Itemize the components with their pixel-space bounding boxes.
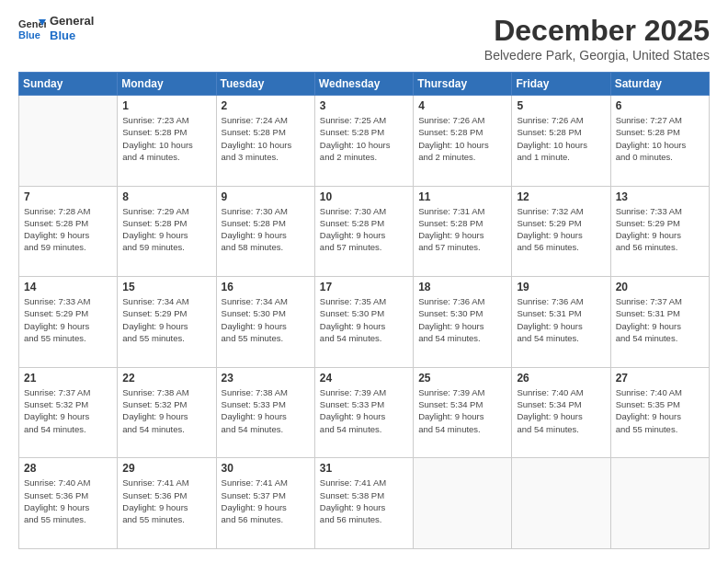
day-info-line: Sunrise: 7:34 AM	[122, 296, 188, 306]
day-info-line: Daylight: 9 hours	[616, 230, 681, 240]
header-tuesday: Tuesday	[216, 73, 314, 96]
day-info: Sunrise: 7:34 AMSunset: 5:30 PMDaylight:…	[222, 295, 310, 344]
day-info-line: Daylight: 9 hours	[24, 502, 89, 512]
day-info-line: Sunset: 5:30 PM	[418, 308, 483, 318]
table-row: 12Sunrise: 7:32 AMSunset: 5:29 PMDayligh…	[512, 186, 610, 277]
day-info-line: and 54 minutes.	[418, 333, 481, 343]
day-number: 2	[222, 99, 310, 112]
day-number: 8	[122, 190, 210, 203]
header: General Blue General Blue December 2025 …	[18, 14, 710, 63]
table-row: 22Sunrise: 7:38 AMSunset: 5:32 PMDayligh…	[118, 367, 216, 458]
table-row: 2Sunrise: 7:24 AMSunset: 5:28 PMDaylight…	[216, 96, 314, 187]
day-info: Sunrise: 7:36 AMSunset: 5:30 PMDaylight:…	[418, 295, 506, 344]
day-info-line: Daylight: 9 hours	[222, 411, 287, 421]
day-info-line: Daylight: 9 hours	[418, 321, 483, 331]
day-info-line: Sunset: 5:30 PM	[222, 308, 286, 318]
day-info-line: Sunrise: 7:34 AM	[222, 296, 288, 306]
table-row: 13Sunrise: 7:33 AMSunset: 5:29 PMDayligh…	[610, 186, 709, 277]
day-info-line: Sunrise: 7:38 AM	[222, 387, 288, 397]
day-info-line: and 54 minutes.	[222, 424, 284, 434]
table-row: 17Sunrise: 7:35 AMSunset: 5:30 PMDayligh…	[314, 277, 413, 368]
day-info-line: Sunrise: 7:28 AM	[24, 206, 90, 216]
day-info: Sunrise: 7:40 AMSunset: 5:35 PMDaylight:…	[616, 386, 704, 435]
day-info-line: Sunrise: 7:24 AM	[222, 115, 288, 125]
month-title: December 2025	[484, 14, 710, 48]
day-info-line: Sunrise: 7:41 AM	[122, 477, 188, 488]
day-info-line: and 54 minutes.	[517, 424, 579, 434]
day-number: 11	[418, 190, 506, 203]
day-info-line: Sunrise: 7:37 AM	[616, 296, 682, 306]
day-info: Sunrise: 7:29 AMSunset: 5:28 PMDaylight:…	[122, 205, 210, 254]
day-number: 26	[517, 372, 605, 385]
day-info-line: Sunset: 5:28 PM	[616, 127, 680, 137]
day-info-line: and 59 minutes.	[122, 242, 185, 252]
day-info-line: and 57 minutes.	[418, 242, 481, 252]
day-info-line: and 55 minutes.	[222, 333, 284, 343]
table-row: 20Sunrise: 7:37 AMSunset: 5:31 PMDayligh…	[610, 277, 709, 368]
day-info-line: Sunset: 5:34 PM	[517, 399, 581, 409]
day-info: Sunrise: 7:25 AMSunset: 5:28 PMDaylight:…	[320, 114, 408, 163]
calendar-week-row: 14Sunrise: 7:33 AMSunset: 5:29 PMDayligh…	[19, 277, 710, 368]
day-info-line: and 0 minutes.	[616, 152, 673, 162]
day-info-line: and 55 minutes.	[24, 514, 86, 524]
table-row: 8Sunrise: 7:29 AMSunset: 5:28 PMDaylight…	[118, 186, 216, 277]
day-info-line: Sunset: 5:28 PM	[122, 218, 187, 228]
day-info-line: Sunset: 5:28 PM	[122, 127, 187, 137]
day-info-line: Daylight: 9 hours	[616, 321, 681, 331]
table-row: 11Sunrise: 7:31 AMSunset: 5:28 PMDayligh…	[414, 186, 512, 277]
day-info-line: Sunset: 5:30 PM	[320, 308, 384, 318]
day-info-line: Daylight: 9 hours	[517, 230, 582, 240]
day-info: Sunrise: 7:33 AMSunset: 5:29 PMDaylight:…	[24, 295, 112, 344]
day-info-line: Daylight: 10 hours	[320, 140, 391, 150]
day-info-line: and 54 minutes.	[418, 424, 481, 434]
day-number: 22	[122, 372, 210, 385]
day-info-line: Daylight: 9 hours	[122, 321, 188, 331]
day-info: Sunrise: 7:23 AMSunset: 5:28 PMDaylight:…	[122, 114, 210, 163]
day-info-line: Daylight: 10 hours	[222, 140, 292, 150]
day-number: 24	[320, 372, 408, 385]
day-info-line: Sunrise: 7:40 AM	[517, 387, 583, 397]
day-info-line: Daylight: 9 hours	[222, 230, 287, 240]
day-info-line: Sunset: 5:38 PM	[320, 490, 384, 500]
day-info-line: and 3 minutes.	[222, 152, 279, 162]
day-info-line: Sunset: 5:28 PM	[418, 127, 483, 137]
calendar-week-row: 28Sunrise: 7:40 AMSunset: 5:36 PMDayligh…	[19, 458, 710, 549]
svg-text:Blue: Blue	[18, 29, 40, 40]
day-info-line: Sunrise: 7:29 AM	[122, 206, 188, 216]
day-info-line: and 56 minutes.	[222, 514, 284, 524]
header-monday: Monday	[118, 73, 216, 96]
table-row: 16Sunrise: 7:34 AMSunset: 5:30 PMDayligh…	[216, 277, 314, 368]
day-info-line: Sunset: 5:28 PM	[222, 127, 286, 137]
table-row: 31Sunrise: 7:41 AMSunset: 5:38 PMDayligh…	[314, 458, 413, 549]
day-info-line: Sunset: 5:29 PM	[24, 308, 88, 318]
day-info-line: Sunset: 5:28 PM	[418, 218, 483, 228]
day-number: 28	[24, 462, 112, 475]
day-info-line: Sunrise: 7:36 AM	[517, 296, 583, 306]
day-info-line: Sunset: 5:29 PM	[122, 308, 187, 318]
table-row: 18Sunrise: 7:36 AMSunset: 5:30 PMDayligh…	[414, 277, 512, 368]
day-info-line: Daylight: 9 hours	[616, 411, 681, 421]
day-info-line: and 2 minutes.	[320, 152, 377, 162]
table-row: 24Sunrise: 7:39 AMSunset: 5:33 PMDayligh…	[314, 367, 413, 458]
day-number: 14	[24, 281, 112, 293]
day-info-line: Sunrise: 7:26 AM	[418, 115, 484, 125]
table-row: 7Sunrise: 7:28 AMSunset: 5:28 PMDaylight…	[19, 186, 118, 277]
calendar-week-row: 1Sunrise: 7:23 AMSunset: 5:28 PMDaylight…	[19, 96, 710, 187]
day-info: Sunrise: 7:39 AMSunset: 5:33 PMDaylight:…	[320, 386, 408, 435]
table-row: 30Sunrise: 7:41 AMSunset: 5:37 PMDayligh…	[216, 458, 314, 549]
day-number: 5	[517, 99, 605, 112]
header-thursday: Thursday	[414, 73, 512, 96]
day-info-line: Daylight: 9 hours	[222, 321, 287, 331]
day-info-line: Daylight: 9 hours	[517, 321, 582, 331]
day-info-line: Daylight: 10 hours	[418, 140, 489, 150]
header-sunday: Sunday	[19, 73, 118, 96]
day-info-line: and 59 minutes.	[24, 242, 86, 252]
day-info-line: Sunrise: 7:26 AM	[517, 115, 583, 125]
day-info: Sunrise: 7:30 AMSunset: 5:28 PMDaylight:…	[222, 205, 310, 254]
day-number: 27	[616, 372, 704, 385]
day-info-line: Sunrise: 7:39 AM	[418, 387, 484, 397]
day-number: 21	[24, 372, 112, 385]
day-info: Sunrise: 7:28 AMSunset: 5:28 PMDaylight:…	[24, 205, 112, 254]
day-info-line: Daylight: 10 hours	[517, 140, 587, 150]
day-info-line: Daylight: 9 hours	[24, 411, 89, 421]
